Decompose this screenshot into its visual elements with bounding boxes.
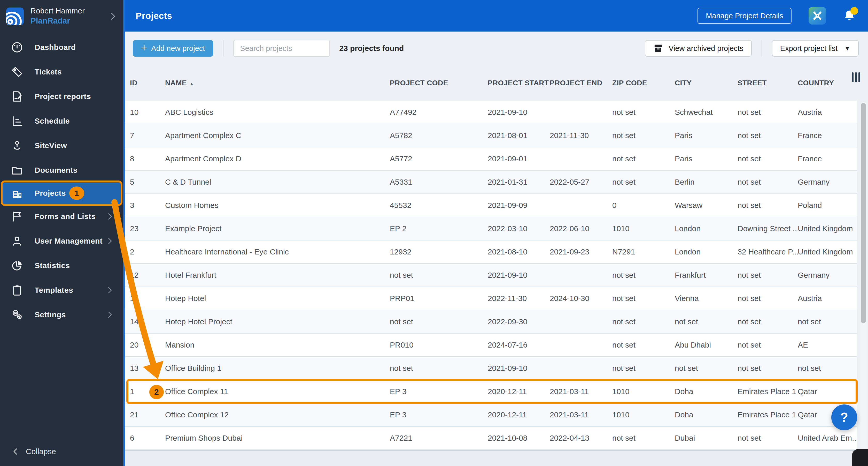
notification-dot: [850, 7, 858, 15]
table-cell: Hotel Frankfurt: [165, 271, 390, 280]
add-new-project-label: Add new project: [151, 44, 205, 53]
column-settings-icon[interactable]: [852, 72, 860, 82]
sidebar-item-siteview[interactable]: SiteView: [0, 133, 123, 158]
add-new-project-button[interactable]: + Add new project: [133, 40, 213, 57]
table-cell: 13: [130, 364, 165, 373]
export-project-list-button[interactable]: Export project list ▼: [772, 40, 859, 57]
table-row[interactable]: 20MansionPR0102024-07-16not setAbu Dhabi…: [125, 333, 857, 357]
table-cell: 2021-08-10: [488, 247, 550, 256]
notifications-button[interactable]: [843, 8, 856, 23]
user-icon: [11, 235, 23, 247]
sidebar-item-documents[interactable]: Documents: [0, 158, 123, 182]
table-cell: not set: [738, 271, 798, 280]
table-cell: 5: [130, 178, 165, 186]
sidebar-item-schedule[interactable]: Schedule: [0, 109, 123, 133]
table-cell: 2: [130, 247, 165, 256]
table-cell: 2020-12-11: [488, 387, 550, 396]
table-cell: Austria: [798, 108, 857, 117]
user-account-card[interactable]: Robert Hammer PlanRadar: [0, 0, 123, 31]
table-row[interactable]: 2Healthcare International - Eye Clinic12…: [125, 240, 857, 264]
manage-project-details-button[interactable]: Manage Project Details: [698, 8, 792, 24]
table-row[interactable]: 7Apartment Complex CA57822021-08-012021-…: [125, 124, 857, 147]
table-cell: not set: [738, 364, 798, 373]
table-cell: 2022-05-27: [550, 178, 612, 186]
table-row[interactable]: 10ABC LogisticsA774922021-09-10not setSc…: [125, 101, 857, 124]
column-header-zip-code[interactable]: ZIP CODE: [612, 79, 675, 87]
results-count: 23 projects found: [339, 44, 404, 53]
view-archived-projects-button[interactable]: View archived projects: [645, 40, 752, 57]
table-cell: 20: [130, 341, 165, 349]
table-row[interactable]: 15Hotep HotelPRP012022-11-302024-10-30no…: [125, 287, 857, 310]
sidebar-item-label: Settings: [35, 310, 66, 319]
column-header-city[interactable]: CITY: [675, 79, 738, 87]
sidebar-item-label: Project reports: [35, 92, 91, 101]
vertical-scrollbar[interactable]: [860, 102, 866, 452]
sidebar-item-forms-and-lists[interactable]: Forms and Lists: [0, 204, 123, 229]
table-cell: Abu Dhabi: [675, 341, 738, 349]
table-row[interactable]: 14Hotep Hotel Projectnot set2022-09-30no…: [125, 310, 857, 333]
table-cell: Office Complex 11: [165, 387, 390, 396]
chevron-right-icon: [105, 310, 115, 319]
table-row[interactable]: 23Example ProjectEP 22022-03-102022-06-1…: [125, 217, 857, 240]
table-cell: 2021-09-10: [488, 271, 550, 280]
table-row[interactable]: 5C & D TunnelA53312021-01-312022-05-27no…: [125, 171, 857, 194]
sidebar-item-projects[interactable]: Projects 1: [3, 182, 121, 204]
column-header-project-start[interactable]: PROJECT START: [488, 79, 550, 87]
table-cell: 2021-09-01: [488, 154, 550, 163]
table-cell: Apartment Complex C: [165, 131, 390, 140]
table-cell: 2022-06-10: [550, 224, 612, 233]
bar-chart-icon: [11, 115, 23, 127]
buildings-icon: [11, 187, 23, 199]
sidebar-item-statistics[interactable]: Statistics: [0, 253, 123, 278]
table-cell: 45532: [390, 201, 488, 210]
table-cell: AE: [798, 341, 857, 349]
table-cell: France: [798, 131, 857, 140]
table-cell: not set: [738, 317, 798, 326]
search-input[interactable]: [233, 40, 330, 57]
corner-overlay: [852, 449, 868, 466]
table-row[interactable]: 12Hotel Frankfurtnot set2021-09-10not se…: [125, 264, 857, 287]
table-cell: Frankfurt: [675, 271, 738, 280]
column-header-name[interactable]: NAME▲: [165, 79, 390, 87]
table-cell: 2021-08-01: [488, 131, 550, 140]
column-header-project-code[interactable]: PROJECT CODE: [390, 79, 488, 87]
sidebar-item-project-reports[interactable]: Project reports: [0, 84, 123, 109]
table-cell: Warsaw: [675, 201, 738, 210]
table-cell: PRP01: [390, 294, 488, 303]
table-cell: Hotep Hotel: [165, 294, 390, 303]
column-header-street[interactable]: STREET: [738, 79, 798, 87]
help-button[interactable]: ?: [831, 404, 857, 430]
table-row[interactable]: 8Apartment Complex DA57722021-09-01not s…: [125, 147, 857, 171]
table-cell: Vienna: [675, 294, 738, 303]
sort-asc-icon: ▲: [189, 81, 194, 86]
table-cell: Hotep Hotel Project: [165, 317, 390, 326]
table-cell: Schwechat: [675, 108, 738, 117]
table-row[interactable]: 6Premium Shops DubaiA72212021-10-082022-…: [125, 427, 857, 450]
table-footer-strip: [125, 450, 868, 466]
table-cell: Office Complex 12: [165, 410, 390, 419]
sidebar-item-settings[interactable]: Settings: [0, 302, 123, 327]
table-cell: not set: [675, 317, 738, 326]
table-cell: 2022-03-10: [488, 224, 550, 233]
sidebar-item-tickets[interactable]: Tickets: [0, 59, 123, 84]
table-row[interactable]: 1Office Complex 11EP 32020-12-112021-03-…: [125, 380, 857, 403]
collapse-button[interactable]: Collapse: [0, 447, 123, 466]
table-cell: Custom Homes: [165, 201, 390, 210]
scrollbar-thumb[interactable]: [861, 103, 866, 323]
sidebar-item-dashboard[interactable]: Dashboard: [0, 35, 123, 59]
table-row[interactable]: 13Office Building 1not set2021-09-10not …: [125, 357, 857, 380]
planradar-logo: [6, 7, 24, 25]
table-row[interactable]: 21Office Complex 12EP 32020-12-112021-03…: [125, 403, 857, 427]
sidebar-item-templates[interactable]: Templates: [0, 278, 123, 302]
column-header-id[interactable]: ID: [130, 79, 165, 87]
chevron-right-icon: [105, 212, 115, 221]
column-header-project-end[interactable]: PROJECT END: [550, 79, 612, 87]
sidebar-item-label: Projects: [35, 189, 66, 198]
sidebar-item-user-management[interactable]: User Management: [0, 229, 123, 253]
sidebar-nav: Dashboard Tickets Project reports Schedu…: [0, 31, 123, 327]
table-cell: United Arab Em...: [798, 434, 857, 442]
table-row[interactable]: 3Custom Homes455322021-09-090Warsawnot s…: [125, 194, 857, 217]
app-switcher-icon[interactable]: [809, 7, 826, 25]
table-cell: not set: [612, 364, 675, 373]
table-cell: 2022-11-30: [488, 294, 550, 303]
